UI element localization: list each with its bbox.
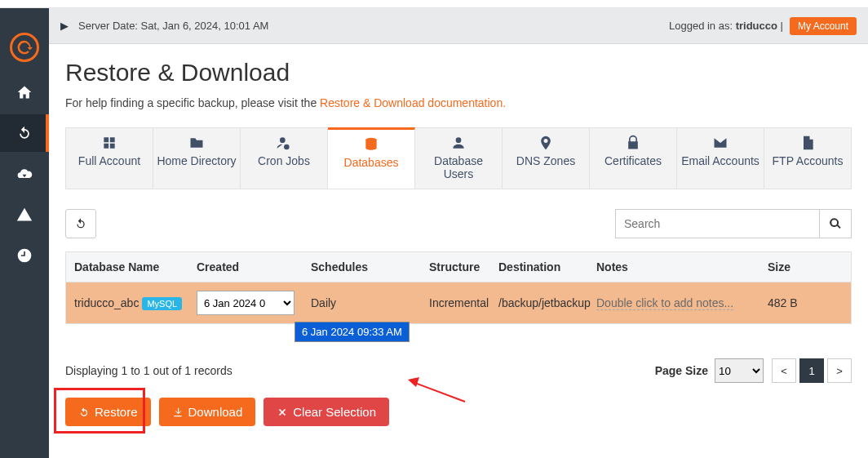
refresh-icon	[16, 125, 33, 141]
records-text: Displaying 1 to 1 out of 1 records	[65, 364, 232, 377]
pager-prev[interactable]: <	[772, 358, 796, 383]
tab-cron-jobs[interactable]: Cron Jobs	[241, 128, 328, 189]
search-button[interactable]	[819, 209, 852, 238]
tab-label: Email Accounts	[681, 154, 760, 167]
tabs: Full Account Home Directory Cron Jobs Da…	[65, 127, 852, 189]
map-pin-icon	[538, 135, 554, 151]
sidebar-item-refresh[interactable]	[0, 114, 49, 152]
table-row[interactable]: triducco_abcMySQL 6 Jan 2024 0 Daily Inc…	[66, 282, 851, 323]
tab-label: FTP Accounts	[773, 154, 844, 167]
close-icon	[277, 407, 288, 418]
date-dropdown: 6 Jan 2024 09:33 AM	[294, 322, 410, 342]
tab-label: Certificates	[604, 154, 662, 167]
page-size-select[interactable]: 10	[715, 358, 764, 383]
date-option[interactable]: 6 Jan 2024 09:33 AM	[295, 322, 409, 341]
caret-icon: ▶	[60, 20, 69, 32]
search-input[interactable]	[615, 209, 819, 238]
cell-db: triducco_abcMySQL	[66, 288, 188, 318]
refresh-icon	[78, 407, 90, 418]
sidebar-item-clock[interactable]	[0, 237, 49, 274]
sidebar-item-alerts[interactable]	[0, 196, 49, 233]
sidebar-item-cloud[interactable]	[0, 155, 49, 193]
tab-label: Cron Jobs	[258, 154, 310, 167]
col-header-destination[interactable]: Destination	[490, 252, 588, 282]
help-text: For help finding a specific backup, plea…	[65, 96, 852, 109]
app-logo	[10, 33, 39, 62]
backups-table: Database Name Created Schedules Structur…	[65, 251, 852, 324]
download-button[interactable]: Download	[159, 398, 256, 426]
home-icon	[16, 84, 33, 100]
tab-home-directory[interactable]: Home Directory	[153, 128, 241, 189]
tab-full-account[interactable]: Full Account	[66, 128, 153, 189]
refresh-icon	[74, 217, 87, 230]
user-clock-icon	[276, 135, 292, 151]
warning-icon	[16, 207, 33, 223]
refresh-button[interactable]	[65, 209, 96, 238]
cell-size: 482 B	[760, 288, 808, 318]
pager-page-1[interactable]: 1	[799, 358, 824, 383]
restore-button[interactable]: Restore	[65, 398, 151, 426]
download-icon	[172, 407, 184, 418]
created-date-select[interactable]: 6 Jan 2024 0	[197, 291, 294, 315]
envelope-icon	[712, 135, 728, 151]
search-icon	[829, 217, 842, 230]
tab-label: Home Directory	[157, 154, 236, 167]
cell-schedules: Daily	[303, 288, 421, 318]
tab-certificates[interactable]: Certificates	[590, 128, 677, 189]
clear-selection-button[interactable]: Clear Selection	[264, 398, 389, 426]
database-icon	[363, 136, 379, 153]
col-header-size[interactable]: Size	[760, 252, 808, 282]
sidebar	[0, 8, 49, 458]
tab-ftp-accounts[interactable]: FTP Accounts	[764, 128, 851, 189]
tab-label: Databases	[344, 156, 399, 169]
folder-icon	[188, 135, 205, 151]
tab-database-users[interactable]: Database Users	[415, 128, 503, 189]
cloud-download-icon	[16, 166, 33, 182]
col-header-created[interactable]: Created	[188, 252, 303, 282]
cell-notes[interactable]: Double click to add notes...	[588, 288, 760, 318]
cell-created: 6 Jan 2024 0	[188, 282, 303, 323]
tab-label: DNS Zones	[516, 154, 575, 167]
file-icon	[799, 135, 816, 151]
page-size-label: Page Size	[655, 364, 708, 377]
tab-label: Database Users	[434, 154, 483, 180]
col-header-db[interactable]: Database Name	[66, 252, 188, 282]
col-header-structure[interactable]: Structure	[421, 252, 490, 282]
lock-icon	[625, 135, 641, 151]
sidebar-item-home[interactable]	[0, 73, 49, 111]
mysql-badge: MySQL	[142, 297, 182, 310]
cell-destination: /backup/jetbackup	[490, 288, 588, 318]
clock-icon	[16, 247, 33, 264]
col-header-notes[interactable]: Notes	[588, 252, 760, 282]
boxes-icon	[101, 135, 117, 151]
col-header-schedules[interactable]: Schedules	[303, 252, 421, 282]
tab-dns-zones[interactable]: DNS Zones	[503, 128, 590, 189]
svg-point-2	[456, 137, 462, 143]
server-date: Server Date: Sat, Jan 6, 2024, 10:01 AM	[78, 20, 268, 32]
my-account-button[interactable]: My Account	[790, 17, 857, 35]
help-link[interactable]: Restore & Download documentation.	[320, 96, 506, 109]
pager-next[interactable]: >	[827, 358, 852, 383]
page-title: Restore & Download	[65, 59, 852, 87]
tab-label: Full Account	[78, 154, 140, 167]
cell-structure: Incremental	[421, 288, 490, 318]
tab-databases[interactable]: Databases	[328, 127, 415, 189]
topbar: ▶ Server Date: Sat, Jan 6, 2024, 10:01 A…	[49, 8, 868, 44]
svg-point-0	[280, 137, 286, 143]
logged-in-label: Logged in as: triducco |	[669, 20, 783, 32]
tab-email-accounts[interactable]: Email Accounts	[677, 128, 764, 189]
user-icon	[450, 135, 467, 151]
